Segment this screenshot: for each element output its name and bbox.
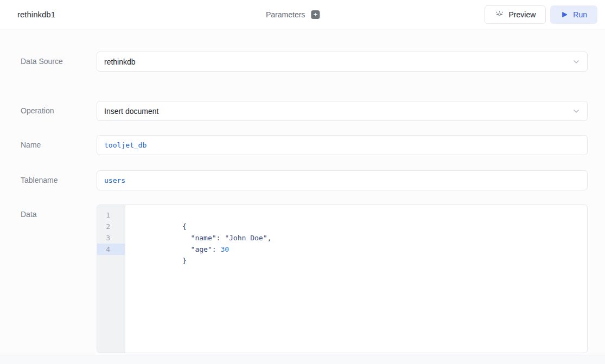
tablename-input[interactable]: users (97, 170, 588, 190)
tablename-value: users (104, 176, 125, 184)
run-button[interactable]: Run (550, 5, 597, 24)
parameters-section: Parameters (266, 10, 320, 19)
json-comma: , (267, 234, 271, 242)
preview-button[interactable]: Preview (485, 5, 546, 24)
json-colon: : (212, 245, 221, 253)
json-key: "age" (191, 245, 212, 253)
query-editor-panel: rethinkdb1 Parameters Preview Run (0, 0, 605, 364)
data-source-value: rethinkdb (104, 58, 136, 66)
data-label: Data (21, 205, 97, 219)
json-open-brace: { (182, 222, 187, 231)
name-value: tooljet_db (104, 141, 147, 149)
query-form: Data Source rethinkdb Operation Insert d… (0, 29, 605, 355)
data-source-label: Data Source (21, 52, 97, 66)
json-number-value: 30 (220, 245, 229, 253)
chevron-down-icon (571, 106, 581, 116)
code-indent (182, 245, 191, 253)
tablename-label: Tablename (21, 170, 97, 184)
line-number: 3 (97, 232, 125, 244)
operation-row: Operation Insert document (21, 101, 588, 121)
chevron-down-icon (571, 57, 581, 67)
eye-icon (495, 10, 504, 19)
preview-button-label: Preview (509, 10, 536, 19)
data-source-select[interactable]: rethinkdb (97, 52, 588, 72)
add-parameter-button[interactable] (311, 10, 320, 19)
operation-select[interactable]: Insert document (97, 101, 588, 121)
json-string-value: "John Doe" (225, 234, 267, 242)
query-name: rethinkdb1 (17, 10, 55, 19)
data-row: Data 1 2 3 4 { "name": "John Doe", (21, 205, 588, 353)
code-indent (182, 234, 191, 242)
play-icon (561, 11, 568, 18)
parameters-label: Parameters (266, 10, 305, 19)
plus-icon (314, 11, 318, 18)
operation-label: Operation (21, 101, 97, 115)
code-line: "name": "John Doe", (131, 221, 587, 232)
line-number-gutter: 1 2 3 4 (97, 205, 125, 353)
operation-value: Insert document (104, 107, 158, 116)
header-actions: Preview Run (485, 5, 597, 24)
line-number: 2 (97, 221, 125, 232)
data-code-editor[interactable]: 1 2 3 4 { "name": "John Doe", "age": 30 (97, 205, 588, 353)
json-colon: : (216, 234, 225, 242)
tablename-row: Tablename users (21, 170, 588, 190)
data-source-row: Data Source rethinkdb (21, 52, 588, 72)
panel-bottom-strip (0, 355, 605, 364)
name-label: Name (21, 135, 97, 149)
name-input[interactable]: tooljet_db (97, 135, 588, 155)
json-key: "name" (191, 234, 216, 242)
query-header: rethinkdb1 Parameters Preview Run (0, 0, 605, 29)
line-number: 1 (97, 209, 125, 221)
run-button-label: Run (573, 10, 587, 19)
code-content[interactable]: { "name": "John Doe", "age": 30 } (125, 205, 587, 353)
code-line: { (131, 209, 587, 221)
name-row: Name tooljet_db (21, 135, 588, 155)
line-number-active: 4 (97, 244, 125, 255)
json-close-brace: } (182, 257, 187, 265)
